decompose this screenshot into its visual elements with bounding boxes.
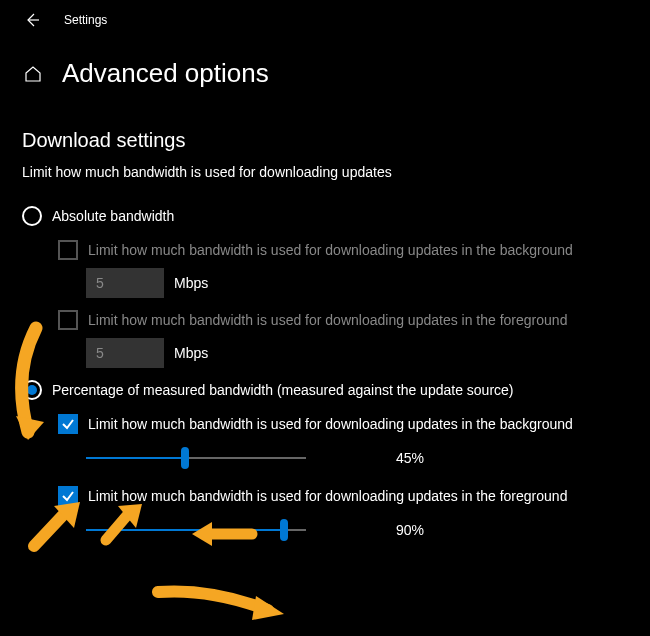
absolute-group: Limit how much bandwidth is used for dow… (58, 240, 628, 368)
radio-icon (22, 206, 42, 226)
radio-percentage-label: Percentage of measured bandwidth (measur… (52, 382, 514, 398)
back-button[interactable] (22, 10, 42, 30)
percentage-bg-checkbox[interactable] (58, 414, 78, 434)
absolute-fg-input (86, 338, 164, 368)
absolute-fg-check-label: Limit how much bandwidth is used for dow… (88, 312, 567, 328)
absolute-bg-input (86, 268, 164, 298)
percentage-bg-value: 45% (396, 450, 424, 466)
radio-percentage-bandwidth[interactable]: Percentage of measured bandwidth (measur… (22, 380, 628, 400)
percentage-bg-check-row: Limit how much bandwidth is used for dow… (58, 414, 628, 434)
percentage-fg-slider[interactable] (86, 520, 306, 540)
percentage-fg-check-row: Limit how much bandwidth is used for dow… (58, 486, 628, 506)
radio-absolute-bandwidth[interactable]: Absolute bandwidth (22, 206, 628, 226)
percentage-bg-check-label: Limit how much bandwidth is used for dow… (88, 416, 573, 432)
percentage-group: Limit how much bandwidth is used for dow… (58, 414, 628, 540)
absolute-bg-check-row: Limit how much bandwidth is used for dow… (58, 240, 628, 260)
percentage-fg-value: 90% (396, 522, 424, 538)
page-header: Advanced options (0, 30, 650, 89)
section-subtitle: Limit how much bandwidth is used for dow… (22, 164, 628, 180)
percentage-fg-slider-row: 90% (86, 520, 628, 540)
absolute-bg-input-row: Mbps (86, 268, 628, 298)
percentage-bg-slider-row: 45% (86, 448, 628, 468)
absolute-bg-checkbox[interactable] (58, 240, 78, 260)
radio-absolute-label: Absolute bandwidth (52, 208, 174, 224)
absolute-fg-checkbox[interactable] (58, 310, 78, 330)
check-icon (61, 489, 75, 503)
absolute-bg-check-label: Limit how much bandwidth is used for dow… (88, 242, 573, 258)
home-button[interactable] (22, 63, 44, 85)
section-title: Download settings (22, 129, 628, 152)
content: Download settings Limit how much bandwid… (0, 89, 650, 540)
page-title: Advanced options (62, 58, 269, 89)
absolute-bg-unit: Mbps (174, 275, 208, 291)
absolute-fg-check-row: Limit how much bandwidth is used for dow… (58, 310, 628, 330)
percentage-bg-slider[interactable] (86, 448, 306, 468)
percentage-fg-check-label: Limit how much bandwidth is used for dow… (88, 488, 567, 504)
percentage-fg-checkbox[interactable] (58, 486, 78, 506)
arrow-left-icon (24, 12, 40, 28)
absolute-fg-unit: Mbps (174, 345, 208, 361)
absolute-fg-input-row: Mbps (86, 338, 628, 368)
annotation-arrow-icon (150, 582, 290, 622)
app-title: Settings (64, 13, 107, 27)
home-icon (24, 65, 42, 83)
radio-icon (22, 380, 42, 400)
titlebar: Settings (0, 0, 650, 30)
check-icon (61, 417, 75, 431)
